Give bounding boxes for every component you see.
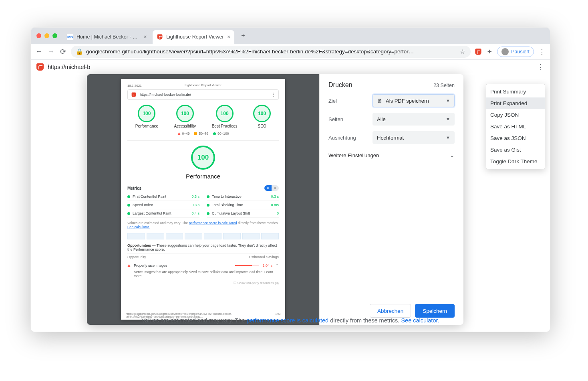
save-button[interactable]: Speichern	[415, 304, 455, 318]
print-dest-label: Ziel	[328, 98, 373, 104]
window-minimize-icon[interactable]	[44, 33, 49, 38]
chevron-down-icon: ▼	[446, 117, 450, 122]
print-orientation-select[interactable]: Hochformat ▼	[373, 131, 455, 144]
forward-icon[interactable]: →	[47, 48, 55, 56]
opportunity-name: Properly size images	[134, 263, 232, 268]
print-orientation-label: Ausrichtung	[328, 135, 373, 141]
legend-avg-icon	[194, 132, 197, 135]
browser-window: MB Home | Michael Becker - Softw × Light…	[30, 27, 550, 332]
avatar-icon	[501, 48, 509, 55]
metrics-grid: First Contentful Paint0.3 s Time to Inte…	[127, 193, 279, 218]
cancel-button[interactable]: Abbrechen	[370, 304, 411, 318]
menu-item-print-summary[interactable]: Print Summary	[486, 86, 545, 97]
document-icon: 🗎	[377, 97, 383, 104]
star-icon[interactable]: ☆	[459, 48, 466, 55]
legend-pass-icon	[213, 132, 216, 135]
preview-gauges: 100Performance 100Accessibility 100Best …	[127, 105, 279, 128]
link-perf-calc: performance score is calculated	[189, 221, 237, 225]
kebab-icon[interactable]: ⋮	[537, 63, 544, 71]
extensions-icon[interactable]: ✦	[486, 48, 493, 55]
print-pages-select[interactable]: Alle ▼	[373, 113, 455, 126]
opportunity-detail: Serve images that are appropriately-size…	[127, 270, 279, 278]
profile-status: Pausiert	[511, 49, 530, 55]
menu-item-save-gist[interactable]: Save as Gist	[486, 144, 545, 156]
preview-legend: 0–49 50–89 90–100	[127, 132, 279, 136]
print-more-settings[interactable]: Weitere Einstellungen ⌄	[328, 150, 455, 158]
pass-dot-icon	[207, 212, 209, 215]
link-directly-affect: directly affect	[256, 243, 277, 247]
pass-dot-icon	[207, 204, 209, 207]
chrome-menu-icon[interactable]: ⋮	[538, 48, 546, 56]
new-tab-button[interactable]: +	[238, 30, 249, 41]
pass-dot-icon	[127, 195, 130, 198]
metric-row: Largest Contentful Paint0.4 s	[127, 209, 199, 218]
print-destination-select[interactable]: 🗎Als PDF speichern ▼	[373, 94, 455, 107]
print-title: Drucken	[328, 81, 352, 89]
pass-dot-icon	[127, 204, 130, 207]
close-icon[interactable]: ×	[227, 34, 230, 40]
filmstrip-frame	[147, 233, 164, 239]
tab-title: Home | Michael Becker - Softw	[77, 34, 141, 40]
opportunity-columns: Opportunity Estimated Savings	[127, 253, 279, 261]
fail-triangle-icon	[127, 264, 131, 267]
preview-header-title: Lighthouse Report Viewer	[127, 83, 279, 87]
link-see-calculator: See calculator.	[127, 225, 150, 229]
address-row: ← → ⟳ 🔒 googlechrome.github.io/lighthous…	[31, 44, 550, 60]
menu-item-save-html[interactable]: Save as HTML	[486, 121, 545, 132]
toolbar-url: https://michael-b	[48, 64, 90, 70]
metrics-title: Metrics	[127, 186, 141, 190]
big-gauge-performance: 100 Performance	[127, 146, 279, 180]
chevron-down-icon: ⌄	[450, 152, 455, 158]
opportunities-header: Opportunities — These suggestions can he…	[127, 243, 279, 251]
col-opportunity: Opportunity	[127, 255, 146, 259]
print-pages-label: Seiten	[328, 116, 373, 122]
print-page-count: 23 Seiten	[433, 83, 455, 88]
menu-item-copy-json[interactable]: Copy JSON	[486, 109, 545, 121]
menu-item-print-expanded[interactable]: Print Expanded	[486, 97, 545, 109]
menu-item-save-json[interactable]: Save as JSON	[486, 132, 545, 144]
traffic-lights	[34, 33, 61, 38]
metrics-view-toggle: ≡ ≡	[264, 185, 279, 191]
window-maximize-icon[interactable]	[52, 33, 57, 38]
legend-fail-icon	[177, 132, 181, 135]
print-preview-pane[interactable]: 18.1.2021 Lighthouse Report Viewer https…	[87, 74, 319, 325]
preview-page: 18.1.2021 Lighthouse Report Viewer https…	[121, 79, 285, 320]
metrics-disclaimer: Values are estimated and may vary. The p…	[127, 221, 279, 229]
window-close-icon[interactable]	[36, 33, 41, 38]
report-export-menu: Print Summary Print Expanded Copy JSON S…	[486, 84, 545, 169]
metric-row: First Contentful Paint0.3 s	[127, 193, 199, 201]
menu-item-toggle-dark[interactable]: Toggle Dark Theme	[486, 156, 545, 167]
tab-lighthouse-report[interactable]: Lighthouse Report Viewer ×	[153, 30, 234, 44]
close-icon[interactable]: ×	[144, 34, 147, 40]
lighthouse-icon	[157, 34, 163, 40]
lock-icon: 🔒	[76, 48, 83, 55]
lighthouse-icon	[132, 93, 136, 97]
filmstrip-frame	[261, 233, 279, 239]
metric-row: Speed Index0.3 s	[127, 201, 199, 209]
link-see-calculator[interactable]: See calculator.	[401, 317, 439, 324]
metric-row: Time to Interactive0.3 s	[207, 193, 279, 201]
filmstrip-frame	[166, 233, 183, 239]
content-area: ⋮ Print Summary Print Expanded Copy JSON…	[31, 74, 550, 332]
kebab-icon: ⋮	[271, 92, 276, 97]
profile-button[interactable]: Pausiert	[497, 47, 534, 57]
back-icon[interactable]: ←	[35, 48, 43, 56]
chevron-down-icon: ▼	[446, 98, 450, 103]
filmstrip-frame	[204, 233, 222, 239]
filmstrip-frame	[242, 233, 260, 239]
metric-row: Total Blocking Time0 ms	[207, 201, 279, 209]
filmstrip-frame	[185, 233, 202, 239]
third-party-toggle: ☐ Show 3rd-party resources (0)	[127, 281, 279, 285]
tab-title: Lighthouse Report Viewer	[166, 34, 224, 40]
address-bar[interactable]: 🔒 googlechrome.github.io/lighthouse/view…	[71, 46, 471, 58]
link-perf-calc[interactable]: performance score is calculated	[246, 317, 328, 324]
preview-url: https://michael-becker-berlin.de/	[140, 93, 191, 97]
print-dialog: 18.1.2021 Lighthouse Report Viewer https…	[87, 74, 463, 325]
reload-icon[interactable]: ⟳	[59, 48, 67, 56]
lighthouse-extension-icon[interactable]	[475, 49, 481, 55]
filmstrip-frame	[223, 233, 241, 239]
col-estimated-savings: Estimated Savings	[249, 255, 279, 259]
tab-home-michael-becker[interactable]: MB Home | Michael Becker - Softw ×	[63, 30, 151, 44]
title-bar: MB Home | Michael Becker - Softw × Light…	[31, 28, 550, 44]
lighthouse-icon	[36, 63, 44, 71]
